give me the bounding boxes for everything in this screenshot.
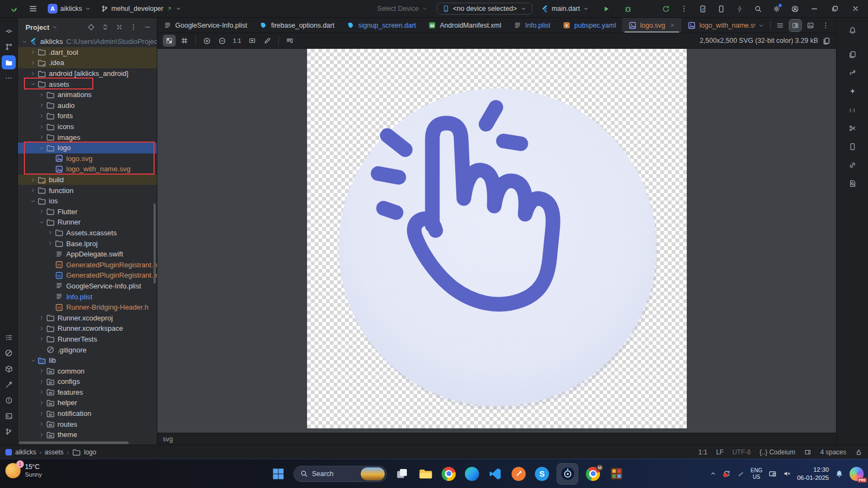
commit-icon[interactable] bbox=[2, 24, 16, 38]
tree-item-googleservice-info-plist[interactable]: GoogleService-Info.plist bbox=[18, 281, 157, 292]
breadcrumb-item[interactable]: assets bbox=[44, 448, 63, 456]
chevron-right-icon[interactable] bbox=[37, 101, 46, 110]
account-icon[interactable] bbox=[787, 2, 803, 16]
language-indicator[interactable]: ENGUS bbox=[751, 467, 763, 480]
open-in-editor-icon[interactable] bbox=[822, 37, 831, 45]
chevron-right-icon[interactable] bbox=[37, 313, 46, 322]
chevron-down-icon[interactable] bbox=[29, 197, 37, 206]
transparency-checker-toggle[interactable] bbox=[163, 35, 176, 47]
lock-open-icon[interactable] bbox=[855, 448, 863, 456]
debug-button[interactable] bbox=[620, 2, 636, 16]
tab-signup-screen-dart[interactable]: signup_screen.dart bbox=[340, 18, 422, 33]
project-panel-title[interactable]: Project bbox=[25, 23, 58, 31]
find-usages-icon[interactable] bbox=[845, 176, 859, 190]
gradle-icon[interactable] bbox=[845, 66, 859, 80]
chevron-down-icon[interactable] bbox=[29, 80, 37, 88]
orange-app-button[interactable] bbox=[510, 466, 527, 482]
tree-item-appdelegate-swift[interactable]: AppDelegate.swift bbox=[18, 249, 157, 260]
file-encoding[interactable]: UTF-8 bbox=[732, 448, 751, 456]
fit-to-window-button[interactable] bbox=[246, 35, 259, 47]
hide-panel-icon[interactable] bbox=[143, 22, 152, 32]
panel-options-icon[interactable] bbox=[129, 22, 138, 32]
tree-item-helper[interactable]: helper bbox=[18, 397, 157, 408]
tree-item-generatedpluginregistrant-m[interactable]: mGeneratedPluginRegistrant.m bbox=[18, 270, 157, 281]
profile-app-icon[interactable] bbox=[713, 2, 729, 16]
structure-brackets-icon[interactable]: {..} bbox=[845, 102, 859, 117]
caret-position[interactable]: 1:1 bbox=[698, 448, 707, 456]
tab-options-kebab-icon[interactable] bbox=[820, 20, 832, 31]
minimize-button[interactable] bbox=[805, 2, 824, 16]
tree-item-aiklicks[interactable]: aiklicksC:\Users\Admin\StudioProjects\ai… bbox=[18, 36, 157, 47]
tree-item-routes[interactable]: routes bbox=[18, 419, 157, 429]
resource-linker-icon[interactable] bbox=[845, 158, 859, 172]
chevron-right-icon[interactable] bbox=[37, 367, 46, 375]
grid-toggle[interactable] bbox=[178, 35, 191, 47]
clock-widget[interactable]: 12:30 06-01-2025 bbox=[797, 466, 829, 482]
breadcrumb-item[interactable]: aiklicks bbox=[15, 448, 36, 456]
actual-size-button[interactable]: 1:1 bbox=[231, 35, 244, 47]
volume-muted-icon[interactable] bbox=[783, 470, 791, 478]
tree-item-logo-with-name-svg[interactable]: logo_with_name.svg bbox=[18, 164, 157, 175]
tree-item-runner[interactable]: Runner bbox=[18, 217, 157, 228]
tree-item-runner-xcworkspace[interactable]: Runner.xcworkspace bbox=[18, 323, 157, 334]
chevron-down-icon[interactable] bbox=[20, 37, 29, 46]
flutter-outline-icon[interactable] bbox=[845, 121, 859, 135]
codeium-status[interactable]: {..} Codeium bbox=[760, 448, 795, 456]
tree-item-icons[interactable]: icons bbox=[18, 121, 157, 132]
horizontal-scrollbar[interactable] bbox=[19, 441, 129, 444]
vscode-button[interactable] bbox=[487, 466, 503, 482]
file-explorer-button[interactable] bbox=[417, 466, 433, 482]
chevron-right-icon[interactable] bbox=[37, 123, 46, 131]
chevron-right-icon[interactable] bbox=[29, 186, 37, 195]
tab-info-plist[interactable]: Info.plist bbox=[507, 18, 557, 33]
sync-alert-icon[interactable] bbox=[723, 470, 731, 478]
structure-icon[interactable] bbox=[2, 40, 16, 54]
hidden-tabs-chevron[interactable] bbox=[755, 20, 767, 31]
more-tool-windows-icon[interactable] bbox=[2, 71, 16, 85]
problems-icon[interactable] bbox=[2, 393, 16, 407]
tray-expand-chevron[interactable] bbox=[710, 470, 717, 477]
device-select-dropdown[interactable]: Select Device bbox=[374, 3, 431, 14]
chevron-right-icon[interactable] bbox=[37, 133, 46, 142]
tree-item-configs[interactable]: configs bbox=[18, 376, 157, 387]
tree-item-logo[interactable]: logo bbox=[18, 143, 157, 153]
breadcrumb-item[interactable]: logo bbox=[84, 448, 97, 456]
zoom-in-button[interactable] bbox=[200, 35, 213, 47]
chevron-right-icon[interactable] bbox=[29, 59, 37, 67]
tree-item-base-lproj[interactable]: Base.lproj bbox=[18, 238, 157, 249]
search-everywhere-icon[interactable] bbox=[750, 2, 766, 16]
tree-item-flutter[interactable]: Flutter bbox=[18, 207, 157, 217]
display-cast-icon[interactable]: 8 bbox=[768, 470, 777, 478]
tree-item-runner-xcodeproj[interactable]: Runner.xcodeproj bbox=[18, 312, 157, 323]
chevron-down-icon[interactable] bbox=[37, 144, 46, 152]
tree-item-build[interactable]: build bbox=[18, 175, 157, 185]
chevron-right-icon[interactable] bbox=[29, 176, 37, 184]
tab-androidmanifest-xml[interactable]: MAndroidManifest.xml bbox=[422, 18, 507, 33]
run-button[interactable] bbox=[598, 2, 614, 16]
tab-pubspec-yaml[interactable]: Ypubspec.yaml bbox=[557, 18, 622, 33]
main-menu-button[interactable] bbox=[25, 2, 41, 16]
tree-item-theme[interactable]: theme bbox=[18, 429, 157, 440]
tree-item-info-plist[interactable]: Info.plist bbox=[18, 291, 157, 302]
column-selection-icon[interactable] bbox=[804, 448, 812, 456]
collapse-all-icon[interactable] bbox=[114, 22, 124, 32]
taskbar-search[interactable]: Search bbox=[293, 466, 387, 482]
settings-icon[interactable] bbox=[768, 2, 784, 16]
chevron-right-icon[interactable] bbox=[37, 207, 46, 216]
tree-item-runnertests[interactable]: RunnerTests bbox=[18, 334, 157, 345]
attach-device-icon[interactable] bbox=[694, 2, 711, 16]
chevron-right-icon[interactable] bbox=[37, 112, 46, 120]
device-manager-icon[interactable] bbox=[845, 47, 859, 61]
chevron-right-icon[interactable] bbox=[37, 431, 46, 439]
task-view-button[interactable] bbox=[394, 466, 410, 482]
start-button[interactable] bbox=[270, 466, 286, 482]
running-devices-icon[interactable] bbox=[845, 139, 859, 153]
chevron-right-icon[interactable] bbox=[37, 335, 46, 343]
more-actions-icon[interactable] bbox=[676, 2, 692, 16]
tree-item-animations[interactable]: animations bbox=[18, 89, 157, 100]
terminal-icon[interactable] bbox=[2, 409, 16, 423]
chevron-right-icon[interactable] bbox=[29, 48, 37, 56]
android-studio-button[interactable] bbox=[557, 464, 578, 484]
chevron-right-icon[interactable] bbox=[46, 239, 55, 248]
chevron-right-icon[interactable] bbox=[37, 399, 46, 407]
